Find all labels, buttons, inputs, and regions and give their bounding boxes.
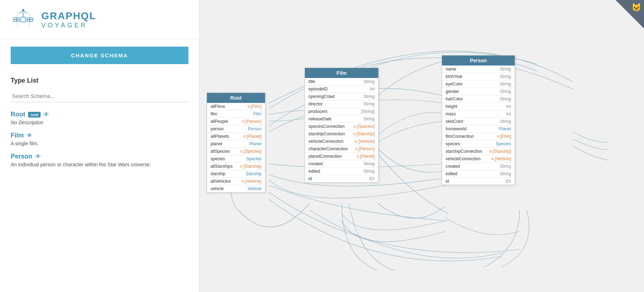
svg-point-10: [22, 9, 24, 11]
table-row: id ID!: [442, 178, 515, 185]
search-input[interactable]: [11, 90, 188, 102]
eye-icon-film[interactable]: 👁: [27, 132, 32, 139]
github-cat-icon: 🐱: [632, 3, 641, 12]
type-desc-root: No Description: [11, 120, 188, 125]
type-name-row-root: Root root 👁: [11, 111, 188, 118]
graph-area[interactable]: 🐱: [199, 0, 644, 292]
table-row: height Int: [442, 103, 515, 110]
type-name-film[interactable]: Film: [11, 132, 24, 139]
type-item-person: Person 👁 An individual person or charact…: [11, 153, 188, 167]
table-row: starshipConnection ≡.[Starship]: [442, 148, 515, 155]
table-row: edited String: [305, 168, 378, 175]
table-row: film Film: [207, 110, 265, 118]
logo-voyager-text: VOYAGER: [41, 22, 96, 29]
table-row: species Species: [207, 155, 265, 163]
table-film-header: Film: [305, 68, 378, 78]
table-row: allPlanets ≡.[Planet]: [207, 133, 265, 140]
type-list: Root root 👁 No Description Film 👁 A sing…: [0, 108, 199, 292]
table-row: allPeople ≡.[Person]: [207, 118, 265, 125]
type-badge-root: root: [28, 112, 41, 118]
logo-area: GRAPHQL VOYAGER: [0, 0, 199, 40]
table-row: eyeColor String: [442, 80, 515, 88]
logo-text: GRAPHQL VOYAGER: [41, 10, 96, 29]
table-row: vehicle Vehicle: [207, 185, 265, 192]
change-schema-button[interactable]: CHANGE SCHEMA: [11, 47, 188, 64]
table-row: producers [String]: [305, 108, 378, 115]
table-row: allStarships ≡.[Starship]: [207, 163, 265, 170]
table-row: starshipConnection ≡.[Starship]: [305, 130, 378, 138]
table-row: allSpecies ≡.[Species]: [207, 148, 265, 155]
graph-connections: [199, 0, 644, 292]
table-row: birthYear String: [442, 73, 515, 80]
table-row: allFilms ≡.[Film]: [207, 103, 265, 110]
table-row: speciesConnection ≡.[Species]: [305, 123, 378, 130]
table-row: gender String: [442, 88, 515, 95]
table-row: openingCrawl String: [305, 93, 378, 100]
table-row: planetConnection ≡.[Planet]: [305, 153, 378, 160]
svg-rect-0: [21, 17, 26, 22]
type-list-header: Type List: [0, 71, 199, 87]
type-item-root: Root root 👁 No Description: [11, 111, 188, 125]
table-row: name String: [442, 66, 515, 73]
table-root: Root allFilms ≡.[Film] film Film allPeop…: [207, 93, 265, 193]
table-row: starship Starship: [207, 170, 265, 178]
table-person: Person name String birthYear String eyeC…: [442, 55, 515, 185]
table-row: filmConnection ≡.[Film]: [442, 133, 515, 140]
table-row: episodeID Int: [305, 85, 378, 93]
table-row: vehicleConnection ≡.[Vehicle]: [305, 138, 378, 145]
table-row: vehicleConnection ≡.[Vehicle]: [442, 155, 515, 163]
table-row: allVehicles ≡.[Vehicle]: [207, 178, 265, 185]
table-row: created String: [305, 160, 378, 168]
table-row: director String: [305, 100, 378, 108]
table-row: species Species: [442, 140, 515, 148]
table-row: releaseDate String: [305, 115, 378, 123]
type-name-row-film: Film 👁: [11, 132, 188, 139]
table-row: id ID!: [305, 175, 378, 182]
table-row: title String: [305, 78, 378, 85]
table-root-header: Root: [207, 93, 265, 103]
type-name-row-person: Person 👁: [11, 153, 188, 160]
table-row: mass Int: [442, 110, 515, 118]
type-item-film: Film 👁 A single film.: [11, 132, 188, 146]
table-film: Film title String episodeID Int openingC…: [305, 68, 379, 183]
eye-icon-person[interactable]: 👁: [35, 153, 41, 160]
table-person-header: Person: [442, 56, 515, 66]
table-row: hairColor String: [442, 95, 515, 103]
table-row: skinColor String: [442, 118, 515, 125]
logo-graphql-text: GRAPHQL: [41, 10, 96, 22]
table-row: edited String: [442, 170, 515, 178]
eye-icon-root[interactable]: 👁: [43, 111, 49, 118]
type-desc-film: A single film.: [11, 141, 188, 146]
type-name-person[interactable]: Person: [11, 153, 32, 160]
table-row: person Person: [207, 125, 265, 133]
type-desc-person: An individual person or character within…: [11, 162, 188, 167]
table-row: characterConnection ≡.[Person]: [305, 145, 378, 153]
sidebar: GRAPHQL VOYAGER CHANGE SCHEMA Type List …: [0, 0, 199, 292]
table-row: homeworld Planet: [442, 125, 515, 133]
type-name-root[interactable]: Root: [11, 111, 25, 118]
table-row: created String: [442, 163, 515, 170]
table-row: planet Planet: [207, 140, 265, 148]
logo-icon: [11, 7, 36, 32]
